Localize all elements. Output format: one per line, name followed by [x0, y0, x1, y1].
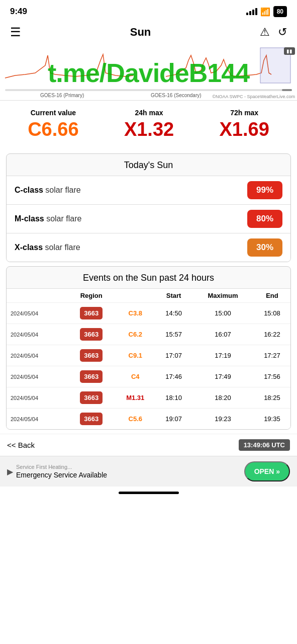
x-class-label: X-class solar flare — [15, 243, 80, 252]
table-row: 2024/05/04 3663 C4 17:46 17:49 17:56 — [7, 366, 290, 387]
max72-value-item: 72h max X1.69 — [220, 109, 269, 140]
event-flare: C9.1 — [115, 345, 155, 366]
refresh-icon[interactable]: ↺ — [278, 26, 287, 39]
chart-label-secondary: GOES-16 (Secondary) — [151, 93, 202, 98]
max24-value: X1.32 — [124, 119, 174, 140]
todays-sun-card: Today's Sun C-class solar flare 99% M-cl… — [6, 153, 291, 262]
event-end: 15:08 — [254, 303, 290, 324]
back-bar: << Back 13:49:06 UTC — [0, 434, 297, 456]
event-date: 2024/05/04 — [7, 303, 67, 324]
max24-value-item: 24h max X1.32 — [124, 109, 174, 140]
current-label: Current value — [28, 109, 78, 117]
event-end: 17:56 — [254, 366, 290, 387]
m-class-badge: 80% — [247, 210, 282, 228]
utc-badge: 13:49:06 UTC — [239, 439, 290, 451]
solar-chart: t.me/DavideB144 GOES-16 (Primary) GOES-1… — [0, 45, 297, 101]
ad-banner: ▶ Service First Heating... Emergency Ser… — [0, 456, 297, 487]
ad-wrapper: ▶ Service First Heating... Emergency Ser… — [0, 456, 297, 487]
events-header-row: Region Start Maximum End — [7, 289, 290, 303]
m-class-row: M-class solar flare 80% — [7, 204, 290, 233]
event-region: 3663 — [67, 345, 115, 366]
ad-close-button[interactable]: ▶ — [7, 467, 13, 476]
signal-icon — [246, 8, 257, 15]
table-row: 2024/05/04 3663 C5.6 19:07 19:23 19:35 — [7, 409, 290, 430]
event-end: 16:22 — [254, 324, 290, 345]
x-class-badge: 30% — [247, 238, 282, 257]
col-end: End — [254, 289, 290, 303]
chart-label-primary: GOES-16 (Primary) — [40, 93, 84, 98]
events-card: Events on the Sun past 24 hours Region S… — [6, 266, 291, 430]
event-region: 3663 — [67, 366, 115, 387]
table-row: 2024/05/04 3663 C6.2 15:57 16:07 16:22 — [7, 324, 290, 345]
scrollbar-thumb[interactable] — [282, 89, 292, 91]
event-start: 18:10 — [155, 387, 192, 409]
home-indicator — [0, 487, 297, 497]
current-value-item: Current value C6.66 — [28, 109, 78, 140]
status-bar: 9:49 📶 80 — [0, 0, 297, 21]
event-max: 16:07 — [192, 324, 254, 345]
event-flare: C4 — [115, 366, 155, 387]
header-action-icons: ⚠ ↺ — [260, 26, 287, 39]
todays-sun-title: Today's Sun — [7, 154, 290, 176]
max72-value: X1.69 — [220, 119, 269, 140]
app-header: ☰ Sun ⚠ ↺ — [0, 21, 297, 45]
event-end: 19:35 — [254, 409, 290, 430]
ad-open-button[interactable]: OPEN » — [244, 461, 290, 481]
watermark: t.me/DavideB144 — [48, 58, 249, 88]
event-start: 19:07 — [155, 409, 192, 430]
c-class-row: C-class solar flare 99% — [7, 176, 290, 204]
event-start: 17:46 — [155, 366, 192, 387]
status-icons: 📶 80 — [246, 6, 287, 17]
ad-service-label: Service First Heating... — [16, 464, 107, 470]
alert-icon[interactable]: ⚠ — [260, 26, 270, 39]
chart-scrollbar[interactable] — [5, 89, 292, 91]
max24-label: 24h max — [124, 109, 174, 117]
event-date: 2024/05/04 — [7, 324, 67, 345]
c-class-label: C-class solar flare — [15, 186, 81, 195]
m-class-label: M-class solar flare — [15, 214, 81, 223]
event-flare: M1.31 — [115, 387, 155, 409]
table-row: 2024/05/04 3663 M1.31 18:10 18:20 18:25 — [7, 387, 290, 409]
events-table: Region Start Maximum End 2024/05/04 3663… — [7, 288, 290, 429]
home-bar — [119, 492, 179, 494]
max72-label: 72h max — [220, 109, 269, 117]
values-section: Current value C6.66 24h max X1.32 72h ma… — [0, 101, 297, 149]
event-start: 14:50 — [155, 303, 192, 324]
event-max: 19:23 — [192, 409, 254, 430]
event-max: 15:00 — [192, 303, 254, 324]
table-row: 2024/05/04 3663 C9.1 17:07 17:19 17:27 — [7, 345, 290, 366]
event-region: 3663 — [67, 324, 115, 345]
col-region: Region — [67, 289, 115, 303]
wifi-icon: 📶 — [260, 7, 270, 17]
event-date: 2024/05/04 — [7, 409, 67, 430]
event-start: 17:07 — [155, 345, 192, 366]
ad-text: Service First Heating... Emergency Servi… — [16, 464, 107, 479]
event-region: 3663 — [67, 303, 115, 324]
page-title: Sun — [130, 26, 151, 39]
col-flare — [115, 289, 155, 303]
pause-button[interactable]: ▮▮ — [284, 47, 295, 55]
event-flare: C3.8 — [115, 303, 155, 324]
event-date: 2024/05/04 — [7, 366, 67, 387]
events-title: Events on the Sun past 24 hours — [7, 267, 290, 288]
back-button[interactable]: << Back — [7, 441, 35, 449]
status-time: 9:49 — [10, 7, 27, 17]
col-start: Start — [155, 289, 192, 303]
noaa-credit: ©NOAA SWPC - SpaceWeatherLive.com — [212, 94, 295, 99]
current-value: C6.66 — [28, 119, 78, 140]
event-start: 15:57 — [155, 324, 192, 345]
c-class-badge: 99% — [247, 181, 282, 199]
ad-headline: Emergency Service Available — [16, 471, 107, 479]
event-date: 2024/05/04 — [7, 345, 67, 366]
event-max: 17:19 — [192, 345, 254, 366]
event-flare: C6.2 — [115, 324, 155, 345]
col-date — [7, 289, 67, 303]
battery-indicator: 80 — [273, 6, 287, 17]
event-max: 18:20 — [192, 387, 254, 409]
table-row: 2024/05/04 3663 C3.8 14:50 15:00 15:08 — [7, 303, 290, 324]
menu-icon[interactable]: ☰ — [10, 25, 21, 39]
event-end: 17:27 — [254, 345, 290, 366]
event-max: 17:49 — [192, 366, 254, 387]
x-class-row: X-class solar flare 30% — [7, 233, 290, 262]
event-flare: C5.6 — [115, 409, 155, 430]
